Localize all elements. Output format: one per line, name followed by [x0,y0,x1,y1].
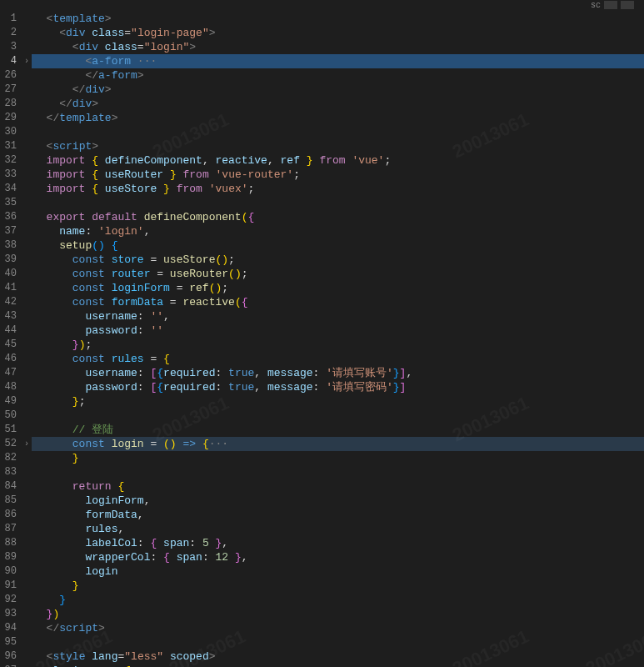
line-number[interactable]: 35 [0,196,22,210]
code-line[interactable]: loginForm, [32,494,644,508]
line-number[interactable]: 37 [0,224,22,238]
line-number[interactable]: 83 [0,465,22,479]
code-line[interactable]: }; [32,394,644,409]
line-number[interactable]: 48 [0,380,22,394]
code-line[interactable]: <style lang="less" scoped> [32,649,644,664]
line-number[interactable]: 1 [0,12,22,26]
code-line[interactable]: </template> [32,111,644,125]
code-line[interactable]: <template> [32,12,644,26]
line-number[interactable]: 95 [0,635,22,649]
line-number[interactable]: 96 [0,649,22,664]
line-number[interactable]: 33 [0,168,22,182]
code-line[interactable]: </script> [32,621,644,635]
line-number[interactable]: 43 [0,309,22,323]
code-line[interactable]: login [32,564,644,579]
line-number[interactable]: 34 [0,182,22,196]
code-line[interactable]: }) [32,607,644,621]
line-number[interactable]: 27 [0,83,22,97]
line-number[interactable]: 41 [0,281,22,295]
line-number[interactable]: 38 [0,238,22,253]
code-line[interactable]: wrapperCol: { span: 12 }, [32,550,644,564]
code-line[interactable]: </div> [32,97,644,111]
line-number[interactable]: 39 [0,253,22,267]
code-line[interactable]: } [32,579,644,593]
line-number[interactable]: 42 [0,295,22,309]
code-line[interactable]: rules, [32,522,644,536]
line-number[interactable]: 82 [0,451,22,465]
code-line[interactable]: // 登陆 [32,423,644,437]
code-line[interactable] [32,465,644,479]
code-line[interactable]: setup() { [32,238,644,253]
line-number[interactable]: 31 [0,139,22,153]
code-line[interactable]: }); [32,338,644,352]
line-number[interactable]: 51 [0,423,22,437]
line-number[interactable]: 91 [0,579,22,593]
line-number[interactable]: 32 [0,153,22,168]
code-line[interactable]: username: '', [32,309,644,323]
code-line[interactable]: export default defineComponent({ [32,210,644,224]
code-line[interactable]: </div> [32,83,644,97]
code-line[interactable]: import { useRouter } from 'vue-router'; [32,168,644,182]
code-line[interactable]: const rules = { [32,352,644,366]
code-line[interactable]: labelCol: { span: 5 }, [32,536,644,550]
code-line[interactable]: <a-form ··· [32,54,644,68]
fold-toggle[interactable]: › [22,54,32,68]
line-number[interactable]: 46 [0,352,22,366]
code-line[interactable]: return { [32,479,644,494]
line-number[interactable]: 45 [0,338,22,352]
line-number[interactable]: 47 [0,366,22,380]
line-number[interactable]: 30 [0,125,22,139]
line-number[interactable]: 97 [0,664,22,667]
line-number[interactable]: 26 [0,68,22,83]
line-number[interactable]: 85 [0,494,22,508]
code-editor[interactable]: 1234262728293031323334353637383940414243… [0,0,644,667]
fold-toggle[interactable]: › [22,437,32,451]
code-line[interactable]: const loginForm = ref(); [32,281,644,295]
code-line[interactable]: } [32,593,644,607]
code-line[interactable]: password: '' [32,323,644,338]
line-number[interactable]: 49 [0,394,22,409]
line-number[interactable]: 50 [0,409,22,423]
line-number[interactable]: 44 [0,323,22,338]
code-line[interactable]: import { useStore } from 'vuex'; [32,182,644,196]
code-line[interactable] [32,196,644,210]
code-line[interactable]: } [32,451,644,465]
line-number[interactable]: 87 [0,522,22,536]
code-line[interactable]: username: [{required: true, message: '请填… [32,366,644,380]
line-number[interactable]: 40 [0,267,22,281]
line-number[interactable]: 52 [0,437,22,451]
line-number[interactable]: 84 [0,479,22,494]
code-line[interactable]: </a-form> [32,68,644,83]
code-line[interactable]: <script> [32,139,644,153]
code-line[interactable] [32,409,644,423]
line-number[interactable]: 2 [0,26,22,40]
code-line[interactable] [32,125,644,139]
line-number[interactable]: 94 [0,621,22,635]
code-line[interactable] [32,635,644,649]
fold-column[interactable]: ›› [22,0,32,667]
line-number[interactable]: 29 [0,111,22,125]
line-number[interactable]: 28 [0,97,22,111]
line-number[interactable]: 36 [0,210,22,224]
code-line[interactable]: <div class="login-page"> [32,26,644,40]
line-number[interactable]: 88 [0,536,22,550]
line-number[interactable]: 92 [0,593,22,607]
line-number-gutter[interactable]: 1234262728293031323334353637383940414243… [0,0,22,667]
line-number[interactable]: 93 [0,607,22,621]
code-line[interactable]: .login-page { [32,664,644,667]
line-number[interactable]: 90 [0,564,22,579]
line-number[interactable]: 3 [0,40,22,54]
code-line[interactable]: <div class="login"> [32,40,644,54]
code-line[interactable]: const router = useRouter(); [32,267,644,281]
code-line[interactable]: import { defineComponent, reactive, ref … [32,153,644,168]
code-line[interactable]: const store = useStore(); [32,253,644,267]
code-line[interactable]: const login = () => {··· [32,437,644,451]
line-number[interactable]: 89 [0,550,22,564]
code-line[interactable]: password: [{required: true, message: '请填… [32,380,644,394]
line-number[interactable]: 86 [0,508,22,522]
code-content[interactable]: <template> <div class="login-page"> <div… [32,0,644,667]
code-line[interactable]: const formData = reactive({ [32,295,644,309]
line-number[interactable]: 4 [0,54,22,68]
code-line[interactable]: name: 'login', [32,224,644,238]
code-line[interactable]: formData, [32,508,644,522]
